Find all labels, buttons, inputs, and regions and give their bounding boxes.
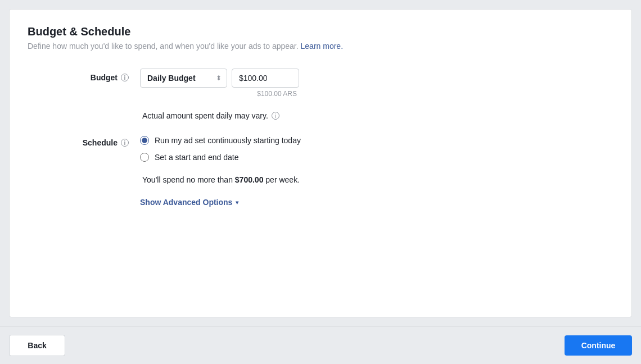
page-subtitle: Define how much you'd like to spend, and… [28,42,613,51]
advanced-options-row: Show Advanced Options ▾ [73,198,613,207]
weekly-spend-note: You'll spend no more than $700.00 per we… [140,175,300,184]
budget-type-wrapper: Daily Budget Lifetime Budget [140,69,227,88]
chevron-down-icon: ▾ [236,199,238,206]
schedule-option2[interactable]: Set a start and end date [140,153,301,162]
schedule-row: Schedule i Run my ad set continuously st… [73,134,613,162]
page-title: Budget & Schedule [28,25,613,38]
continue-button[interactable]: Continue [565,335,632,356]
schedule-info-icon[interactable]: i [121,139,129,147]
schedule-radio1[interactable] [140,136,149,145]
budget-controls: Daily Budget Lifetime Budget $100.00 ARS [140,69,299,98]
main-card: Budget & Schedule Define how much you'd … [9,9,632,317]
schedule-options: Run my ad set continuously starting toda… [140,134,301,162]
form-section: Budget i Daily Budget Lifetime Budget $1… [28,69,613,207]
budget-ars: $100.00 ARS [140,90,299,98]
schedule-label: Schedule i [73,134,129,147]
budget-info-icon[interactable]: i [121,74,129,81]
budget-label: Budget i [73,69,129,82]
schedule-radio2[interactable] [140,153,149,162]
show-advanced-options-button[interactable]: Show Advanced Options ▾ [140,198,238,207]
budget-amount-input[interactable] [232,69,299,88]
back-button[interactable]: Back [9,335,65,356]
actual-amount-note: Actual amount spent daily may vary. i [140,111,279,120]
actual-amount-info-icon[interactable]: i [272,112,279,120]
weekly-spend-row: You'll spend no more than $700.00 per we… [73,175,613,184]
budget-type-select[interactable]: Daily Budget Lifetime Budget [140,69,227,88]
footer-bar: Back Continue [0,326,641,364]
schedule-option1[interactable]: Run my ad set continuously starting toda… [140,136,301,145]
budget-row: Budget i Daily Budget Lifetime Budget $1… [73,69,613,98]
actual-amount-row: Actual amount spent daily may vary. i [73,111,613,120]
learn-more-link[interactable]: Learn more. [301,42,343,51]
budget-inputs: Daily Budget Lifetime Budget [140,69,299,88]
